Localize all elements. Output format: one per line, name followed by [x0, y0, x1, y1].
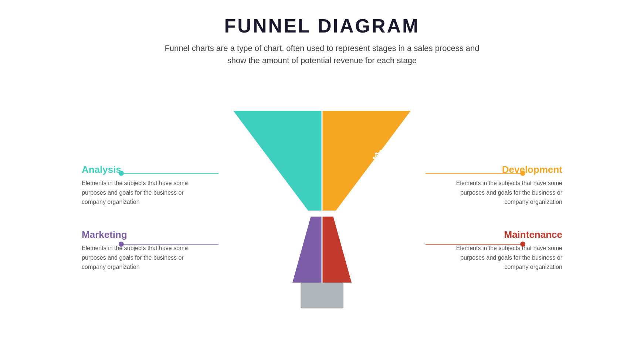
- maintenance-text: Elements in the subjects that have some …: [437, 243, 562, 272]
- marketing-title: Marketing: [82, 229, 207, 240]
- svg-line-9: [260, 163, 267, 170]
- svg-rect-4: [301, 283, 343, 308]
- development-connector: [426, 173, 525, 174]
- analysis-title: Analysis: [82, 164, 207, 175]
- analysis-block: Analysis Elements in the subjects that h…: [82, 164, 207, 207]
- svg-point-10: [377, 154, 383, 161]
- megaphone-icon: [261, 222, 279, 244]
- development-block: Development Elements in the subjects tha…: [437, 164, 562, 207]
- svg-point-12: [274, 228, 278, 234]
- maintenance-title: Maintenance: [437, 229, 562, 240]
- svg-point-11: [387, 151, 391, 155]
- marketing-block: Marketing Elements in the subjects that …: [82, 229, 207, 272]
- page-title: FUNNEL DIAGRAM: [156, 15, 488, 37]
- maintenance-block: Maintenance Elements in the subjects tha…: [437, 229, 562, 272]
- analysis-text: Elements in the subjects that have some …: [82, 178, 207, 207]
- subtitle: Funnel charts are a type of chart, often…: [156, 42, 488, 66]
- maintenance-connector: [426, 244, 525, 245]
- development-text: Elements in the subjects that have some …: [437, 178, 562, 207]
- main-content: Analysis Elements in the subjects that h…: [22, 81, 622, 355]
- marketing-text: Elements in the subjects that have some …: [82, 243, 207, 272]
- wrench-icon: [367, 220, 387, 243]
- gear-icon: [370, 148, 396, 170]
- left-labels: Analysis Elements in the subjects that h…: [82, 164, 207, 272]
- development-title: Development: [437, 164, 562, 175]
- analysis-connector: [119, 173, 218, 174]
- funnel-svg: [230, 107, 414, 314]
- marketing-connector: [119, 244, 218, 245]
- funnel-diagram: [218, 107, 426, 329]
- search-icon: [248, 151, 269, 176]
- header: FUNNEL DIAGRAM Funnel charts are a type …: [156, 15, 488, 66]
- right-labels: Development Elements in the subjects tha…: [437, 164, 562, 272]
